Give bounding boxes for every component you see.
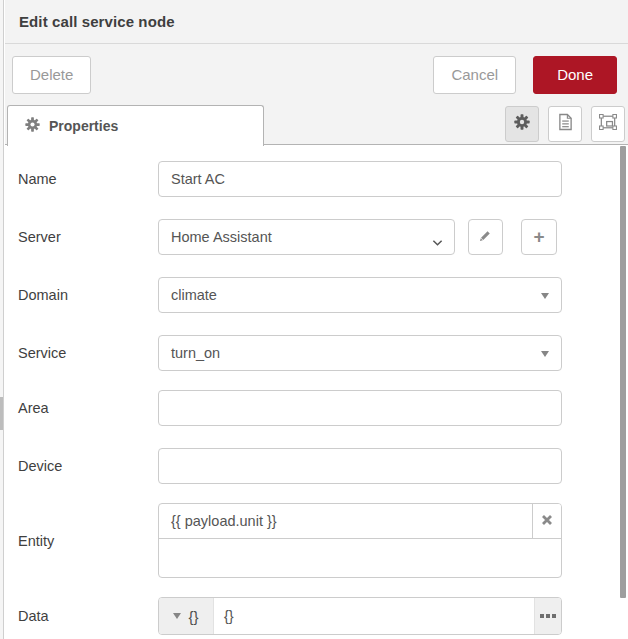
done-button[interactable]: Done <box>533 56 617 94</box>
entity-label: Entity <box>5 533 158 549</box>
server-add-button[interactable]: + <box>521 219 557 255</box>
chevron-down-icon <box>432 234 443 250</box>
vertical-scrollbar-thumb[interactable] <box>620 146 626 598</box>
domain-label: Domain <box>5 287 158 303</box>
properties-form: Name Server Home Assistant <box>5 145 628 639</box>
document-icon <box>558 113 573 135</box>
caret-down-icon[interactable] <box>541 293 549 299</box>
entity-list-item[interactable]: {{ payload.unit }} <box>159 504 561 539</box>
appearance-button[interactable] <box>591 106 625 142</box>
left-scrollbar-thumb[interactable] <box>0 397 3 430</box>
gear-icon <box>514 114 530 134</box>
tab-properties[interactable]: Properties <box>7 105 264 146</box>
service-label: Service <box>5 345 158 361</box>
entity-empty-row[interactable] <box>159 539 561 578</box>
form-row-name: Name <box>5 161 628 197</box>
form-row-data: Data {} {} <box>5 597 628 635</box>
gear-icon <box>25 117 40 135</box>
entity-remove-button[interactable] <box>532 504 561 538</box>
server-label: Server <box>5 229 158 245</box>
form-row-service: Service turn_on <box>5 335 628 371</box>
caret-down-icon[interactable] <box>541 351 549 357</box>
pencil-icon <box>479 228 492 246</box>
data-typed-input: {} {} <box>158 597 562 635</box>
dialog-title: Edit call service node <box>19 13 175 30</box>
service-value: turn_on <box>171 345 220 361</box>
plus-icon: + <box>533 227 544 246</box>
ellipsis-icon <box>546 614 550 618</box>
domain-input[interactable]: climate <box>158 277 562 313</box>
edit-node-dialog: Edit call service node Delete Cancel Don… <box>0 0 628 639</box>
area-input[interactable] <box>158 390 562 426</box>
name-input[interactable] <box>158 161 562 197</box>
device-label: Device <box>5 458 158 474</box>
name-label: Name <box>5 171 158 187</box>
left-page-gutter <box>0 0 4 639</box>
caret-down-icon <box>173 613 181 619</box>
data-type-select[interactable]: {} <box>159 598 214 634</box>
description-doc-button[interactable] <box>548 106 582 142</box>
form-row-device: Device <box>5 448 628 484</box>
domain-value: climate <box>171 287 217 303</box>
device-input[interactable] <box>158 448 562 484</box>
delete-button[interactable]: Delete <box>12 56 91 94</box>
ellipsis-icon <box>552 614 556 618</box>
properties-gear-button[interactable] <box>505 106 539 142</box>
tabbar-actions <box>505 106 625 142</box>
json-type-icon: {} <box>188 608 198 625</box>
area-label: Area <box>5 400 158 416</box>
editor-tabbar: Properties <box>5 105 628 145</box>
dialog-header: Edit call service node <box>5 0 628 44</box>
form-row-area: Area <box>5 390 628 426</box>
data-expand-button[interactable] <box>534 598 561 634</box>
dialog-toolbar: Delete Cancel Done <box>5 44 628 105</box>
node-appearance-icon <box>599 114 617 134</box>
data-label: Data <box>5 608 158 624</box>
entity-list: {{ payload.unit }} <box>158 503 562 578</box>
data-value[interactable]: {} <box>214 598 534 634</box>
x-remove-icon <box>541 512 553 530</box>
form-row-server: Server Home Assistant + <box>5 219 628 255</box>
form-row-entity: Entity {{ payload.unit }} <box>5 503 628 578</box>
cancel-button[interactable]: Cancel <box>433 56 516 94</box>
ellipsis-icon <box>540 614 544 618</box>
tab-properties-label: Properties <box>49 118 118 134</box>
server-select-value: Home Assistant <box>171 229 272 245</box>
entity-value[interactable]: {{ payload.unit }} <box>159 504 532 538</box>
service-input[interactable]: turn_on <box>158 335 562 371</box>
server-edit-button[interactable] <box>468 219 503 255</box>
form-row-domain: Domain climate <box>5 277 628 313</box>
server-select[interactable]: Home Assistant <box>158 219 455 255</box>
